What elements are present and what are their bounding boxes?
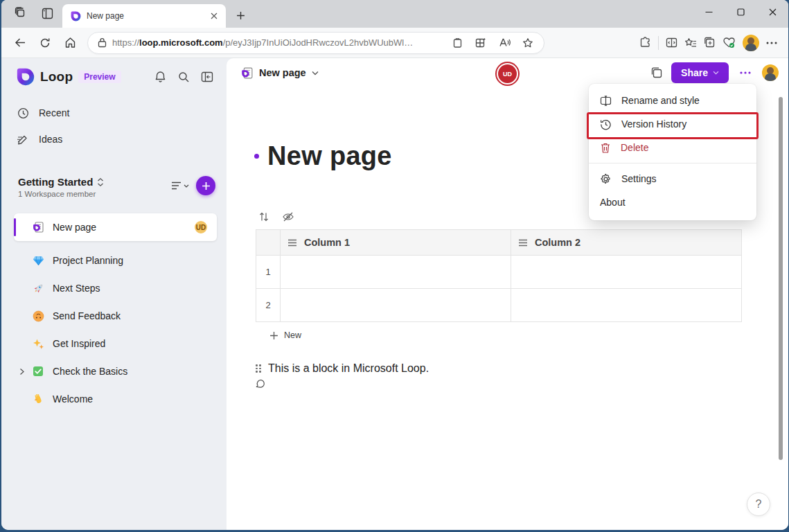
lock-icon[interactable] [98,37,107,48]
sidebar-item-recent[interactable]: Recent [1,100,227,126]
search-icon[interactable] [175,69,192,85]
window-maximize-button[interactable] [725,0,756,24]
extensions-icon[interactable] [639,37,651,48]
favorites-star-icon[interactable] [519,34,537,52]
menu-label: Rename and style [621,95,700,106]
gem-icon [32,254,44,267]
sidebar-page-next-steps[interactable]: Next Steps [1,274,227,302]
loop-content: New page UD Share [227,58,788,530]
block-text[interactable]: This is a block in Microsoft Loop. [268,362,429,375]
rename-icon [600,95,612,107]
page-label: Next Steps [53,283,100,294]
recent-label: Recent [39,107,69,118]
column-header-1[interactable]: Column 1 [281,230,511,256]
tab-actions-menu-icon[interactable] [36,4,58,22]
page-options-menu: Rename and style Version History Delete … [589,84,756,220]
url-text[interactable]: https://loop.microsoft.com/p/eyJ3Ijp7InU… [112,37,443,48]
row-number: 2 [256,289,281,322]
menu-item-settings[interactable]: Settings [589,167,756,190]
menu-item-delete[interactable]: Delete [589,136,756,159]
sidebar-page-get-inspired[interactable]: Get Inspired [1,330,227,357]
table-corner-cell [256,230,281,256]
favorites-icon[interactable] [684,37,697,48]
browser-toolbar: https://loop.microsoft.com/p/eyJ3Ijp7InU… [1,28,788,58]
gear-icon [600,173,612,185]
column-menu-icon [287,239,297,247]
menu-item-rename-and-style[interactable]: Rename and style [589,89,756,112]
page-label: Get Inspired [53,338,105,349]
notifications-bell-icon[interactable] [152,69,168,85]
row-number: 1 [256,256,281,289]
pen-icon [17,133,29,145]
clock-icon [17,107,29,119]
text-block[interactable]: This is a block in Microsoft Loop. [254,362,746,375]
loop-sidebar: Loop Preview [1,58,227,530]
hide-eye-off-icon[interactable] [282,211,294,222]
comment-bubble-icon[interactable] [256,379,746,389]
column-header-2[interactable]: Column 2 [511,230,742,256]
sort-filter-icon[interactable] [171,180,189,191]
drag-handle-icon[interactable] [256,364,261,373]
help-button[interactable]: ? [747,493,770,516]
content-scrollbar[interactable] [779,97,783,460]
plus-icon [269,331,278,340]
window-minimize-button[interactable] [693,0,725,24]
browser-tab[interactable]: New page [62,4,226,28]
sidebar-page-check-the-basics[interactable]: Check the Basics [1,357,227,385]
back-icon[interactable] [8,33,32,53]
browser-titlebar: New page [1,0,788,28]
browser-essentials-icon[interactable] [722,37,736,48]
browser-settings-more-icon[interactable] [766,42,777,44]
breadcrumb[interactable]: New page [240,66,319,80]
table-cell[interactable] [281,256,511,289]
copy-page-icon[interactable] [650,66,663,79]
presence-avatar-ud[interactable]: UD [498,64,517,83]
sidebar-item-ideas[interactable]: Ideas [1,126,227,152]
share-button[interactable]: Share [671,62,729,83]
sidebar-page-new-page[interactable]: New page UD [14,213,217,241]
bullet-icon [254,154,259,159]
expand-chevron-icon[interactable] [19,368,25,375]
sort-rows-icon[interactable] [258,211,269,222]
split-screen-icon[interactable] [666,37,677,48]
rocket-icon [32,282,44,294]
home-icon[interactable] [58,33,82,53]
add-table-row-button[interactable]: New [269,330,746,340]
new-tab-button[interactable] [230,6,251,25]
page-label: Project Planning [53,255,123,266]
read-aloud-icon[interactable] [495,34,513,52]
sidebar-page-project-planning[interactable]: Project Planning [1,247,227,274]
loop-page-icon [240,66,254,80]
loop-profile-avatar[interactable] [762,64,779,81]
app-name: Loop [40,69,73,85]
tab-close-icon[interactable] [208,10,220,22]
workspace-selector[interactable]: Getting Started [18,176,104,188]
page-title-text[interactable]: New page [267,141,392,171]
refresh-icon[interactable] [33,33,57,53]
sidebar-page-send-feedback[interactable]: Send Feedback [1,302,227,330]
chevron-down-icon [713,71,719,75]
menu-label: Delete [621,142,648,153]
workspaces-icon[interactable] [10,4,32,22]
upside-down-face-icon [32,310,44,322]
app-available-icon[interactable] [448,34,466,52]
collapse-sidebar-icon[interactable] [199,69,215,85]
unfold-icon [97,177,104,187]
window-close-button[interactable] [756,0,788,24]
add-page-button[interactable] [196,176,215,195]
sparkles-icon [32,337,44,350]
menu-label: About [600,197,626,208]
menu-item-version-history[interactable]: Version History [589,112,756,136]
table-cell[interactable] [511,289,742,322]
address-bar[interactable]: https://loop.microsoft.com/p/eyJ3Ijp7InU… [87,32,544,54]
split-screen-apps-icon[interactable] [472,34,490,52]
table-cell[interactable] [511,256,742,289]
menu-label: Version History [621,118,686,130]
browser-profile-avatar[interactable] [743,35,759,51]
table-cell[interactable] [281,289,511,322]
menu-item-about[interactable]: About [589,190,756,214]
collections-icon[interactable] [704,37,716,48]
sidebar-page-welcome[interactable]: Welcome [1,385,227,413]
page-more-options-button[interactable] [737,71,754,74]
menu-divider [589,163,756,163]
